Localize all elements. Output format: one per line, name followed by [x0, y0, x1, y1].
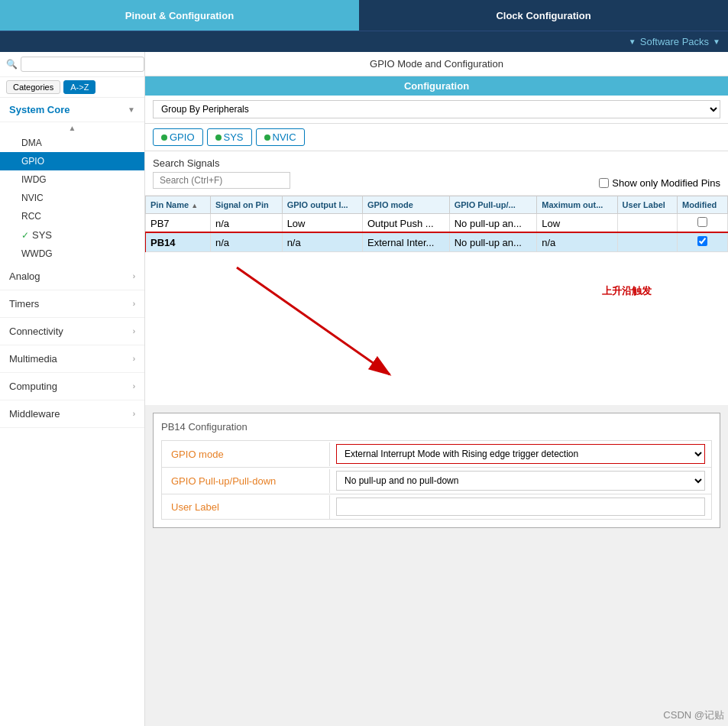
cell-gpio-pull: No pull-up an...	[449, 214, 537, 233]
tab-nvic[interactable]: NVIC	[256, 128, 305, 146]
sidebar-item-gpio[interactable]: GPIO	[0, 152, 144, 170]
group-by-row: Group By Peripherals	[145, 96, 728, 124]
show-modified-area: Show only Modified Pins	[599, 177, 720, 189]
sidebar-category-multimedia[interactable]: Multimedia ›	[0, 345, 144, 373]
gpio-mode-select[interactable]: External Interrupt Mode with Rising edge…	[336, 444, 705, 464]
user-label-input[interactable]	[336, 498, 705, 516]
arrow-right-icon: ›	[133, 382, 135, 391]
tab-sys[interactable]: SYS	[207, 128, 252, 146]
config-label: Configuration	[404, 80, 469, 92]
software-packs-bar: ▼ Software Packs ▼	[0, 31, 728, 52]
collapse-arrow[interactable]: ▲	[0, 122, 144, 134]
chevron-down-icon: ▼	[629, 37, 636, 46]
cell-modified	[678, 233, 728, 252]
cell-max-out: Low	[537, 214, 617, 233]
config-label-gpio-mode: GPIO mode	[162, 442, 330, 466]
show-modified-checkbox[interactable]	[599, 178, 609, 188]
tab-categories[interactable]: Categories	[6, 80, 60, 94]
show-modified-label: Show only Modified Pins	[612, 177, 720, 189]
group-by-select[interactable]: Group By Peripherals	[153, 100, 720, 118]
arrow-right-icon: ›	[133, 410, 135, 418]
sidebar-item-wwdg[interactable]: WWDG	[0, 245, 144, 263]
config-row-gpio-mode: GPIO mode External Interrupt Mode with R…	[161, 440, 712, 468]
middleware-label: Middleware	[9, 408, 60, 420]
sidebar-item-dma[interactable]: DMA	[0, 134, 144, 152]
header: Pinout & Configuration Clock Configurati…	[0, 0, 728, 31]
sidebar-category-computing[interactable]: Computing ›	[0, 373, 144, 400]
software-packs-button[interactable]: ▼ Software Packs ▼	[629, 36, 720, 47]
modified-checkbox-checked[interactable]	[697, 236, 707, 246]
search-signals-label: Search Signals	[153, 157, 290, 169]
modified-checkbox[interactable]	[697, 217, 707, 227]
config-label-user-label: User Label	[162, 495, 330, 519]
check-icon: ✓	[21, 230, 29, 241]
gpio-mode-label-text: GPIO mode	[171, 449, 224, 460]
gpio-tabs: GPIO SYS NVIC	[145, 124, 728, 151]
clock-tab[interactable]: Clock Configuration	[359, 0, 728, 31]
cell-modified	[678, 214, 728, 233]
tab-az[interactable]: A->Z	[63, 80, 95, 94]
pb14-config-title: PB14 Configuration	[161, 421, 712, 433]
svg-line-1	[237, 267, 390, 374]
table-header-row: Pin Name ▲ Signal on Pin GPIO output l..…	[146, 196, 728, 214]
main-layout: 🔍 ⚙ Categories A->Z System Core ▼ ▲ DMA …	[0, 52, 728, 726]
col-gpio-pull[interactable]: GPIO Pull-up/...	[449, 196, 537, 214]
tab-gpio[interactable]: GPIO	[153, 128, 203, 146]
cell-gpio-pull: No pull-up an...	[449, 233, 537, 252]
col-max-out[interactable]: Maximum out...	[537, 196, 617, 214]
cell-signal: n/a	[211, 214, 283, 233]
sidebar-item-rcc[interactable]: RCC	[0, 207, 144, 225]
config-value-gpio-pull: No pull-up and no pull-down	[330, 468, 711, 494]
gpio-pull-label-text: GPIO Pull-up/Pull-down	[171, 475, 276, 487]
search-bar: 🔍 ⚙	[0, 52, 144, 77]
sidebar-item-sys[interactable]: ✓ SYS	[0, 225, 144, 245]
sort-icon: ▲	[191, 202, 198, 209]
sidebar-item-nvic[interactable]: NVIC	[0, 189, 144, 207]
search-input[interactable]	[21, 57, 144, 72]
col-gpio-mode[interactable]: GPIO mode	[362, 196, 449, 214]
col-pin-name[interactable]: Pin Name ▲	[146, 196, 211, 214]
col-gpio-output[interactable]: GPIO output l...	[282, 196, 362, 214]
pb14-title-text: PB14 Configuration	[161, 421, 248, 433]
table-row-selected[interactable]: PB14 n/a n/a External Inter... No pull-u…	[146, 233, 728, 252]
gpio-pull-select[interactable]: No pull-up and no pull-down	[336, 471, 705, 491]
user-label-label-text: User Label	[171, 501, 219, 513]
sidebar-category-analog[interactable]: Analog ›	[0, 263, 144, 290]
computing-label: Computing	[9, 381, 57, 392]
gpio-tab-label: GPIO	[170, 131, 195, 143]
sidebar-category-timers[interactable]: Timers ›	[0, 290, 144, 318]
sidebar-category-connectivity[interactable]: Connectivity ›	[0, 318, 144, 345]
gpio-status-dot	[161, 135, 167, 141]
col-user-label[interactable]: User Label	[617, 196, 677, 214]
sidebar-item-iwdg[interactable]: IWDG	[0, 170, 144, 189]
signals-search-input[interactable]	[153, 172, 290, 189]
cell-user-label	[617, 233, 677, 252]
content-title-text: GPIO Mode and Configuration	[370, 58, 503, 70]
col-signal[interactable]: Signal on Pin	[211, 196, 283, 214]
arrow-right-icon: ›	[133, 355, 135, 363]
gpio-table: Pin Name ▲ Signal on Pin GPIO output l..…	[145, 196, 728, 252]
sidebar-section-system-core: System Core ▼ ▲ DMA GPIO IWDG NVIC RCC ✓…	[0, 98, 144, 263]
tab-bar: Categories A->Z	[0, 77, 144, 98]
col-modified[interactable]: Modified	[678, 196, 728, 214]
nvic-status-dot	[264, 135, 270, 141]
software-packs-label: Software Packs	[640, 36, 709, 47]
table-row[interactable]: PB7 n/a Low Output Push ... No pull-up a…	[146, 214, 728, 233]
cell-gpio-output: Low	[282, 214, 362, 233]
table-wrapper: Pin Name ▲ Signal on Pin GPIO output l..…	[145, 196, 728, 252]
pinout-tab[interactable]: Pinout & Configuration	[0, 0, 359, 31]
search-signals-area: Search Signals Show only Modified Pins	[145, 151, 728, 196]
annotation-area: 上升沿触发	[145, 252, 728, 405]
system-core-label: System Core	[9, 104, 70, 115]
sidebar-category-system-core[interactable]: System Core ▼	[0, 98, 144, 122]
connectivity-label: Connectivity	[9, 326, 63, 337]
chinese-annotation: 上升沿触发	[587, 260, 667, 315]
watermark: CSDN @记贴	[663, 708, 724, 722]
cell-user-label	[617, 214, 677, 233]
sidebar-category-middleware[interactable]: Middleware ›	[0, 400, 144, 428]
timers-label: Timers	[9, 298, 39, 310]
arrow-right-icon: ›	[133, 300, 135, 308]
search-icon: 🔍	[6, 59, 18, 70]
arrow-right-icon: ›	[133, 272, 135, 280]
cell-signal: n/a	[211, 233, 283, 252]
